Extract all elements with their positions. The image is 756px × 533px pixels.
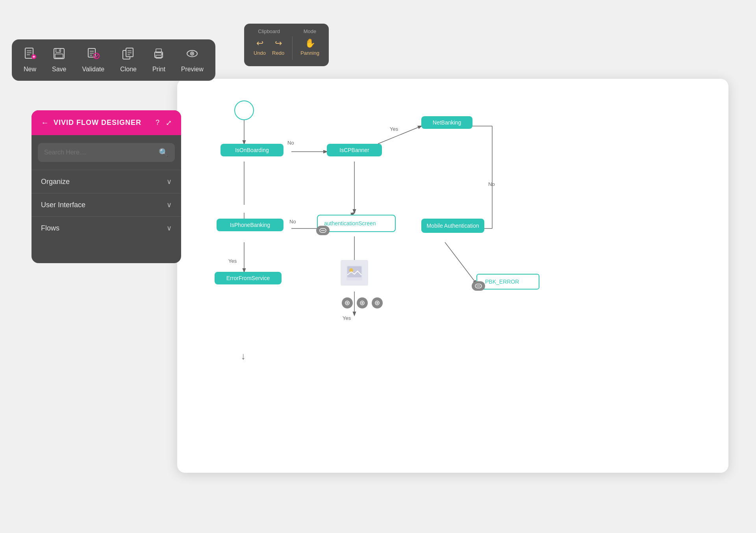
icon-circle-1[interactable] <box>342 297 353 308</box>
clone-icon <box>122 47 135 63</box>
svg-rect-9 <box>55 54 63 58</box>
sidebar-header-right: ? ⤢ <box>156 119 172 127</box>
toolbar-new-button[interactable]: New <box>24 47 36 73</box>
search-input[interactable] <box>44 149 159 156</box>
svg-rect-11 <box>88 48 95 57</box>
sidebar-item-flows[interactable]: Flows ∨ <box>32 216 181 240</box>
flow-arrow-down: ↓ <box>241 351 246 362</box>
svg-line-42 <box>445 242 476 284</box>
svg-point-24 <box>161 53 163 55</box>
svg-line-30 <box>378 126 421 144</box>
sidebar-header-left: ← VIVID FLOW DESIGNER <box>41 118 141 127</box>
print-icon <box>152 47 165 63</box>
icon-circle-2[interactable] <box>357 297 368 308</box>
mode-section: Mode ✋ Panning <box>300 28 319 60</box>
new-icon <box>24 47 36 63</box>
sidebar-title: VIVID FLOW DESIGNER <box>54 119 141 127</box>
panning-button[interactable]: ✋ Panning <box>300 38 319 56</box>
undo-label: Undo <box>254 50 266 56</box>
organize-chevron-icon: ∨ <box>167 177 172 186</box>
sidebar-header: ← VIVID FLOW DESIGNER ? ⤢ <box>32 110 181 135</box>
panel-divider <box>292 36 293 60</box>
flow-node-netbanking[interactable]: NetBanking <box>421 116 472 129</box>
redo-button[interactable]: ↪ Redo <box>272 38 284 56</box>
flow-node-isonboarding[interactable]: IsOnBoarding <box>220 144 284 156</box>
expand-icon[interactable]: ⤢ <box>166 119 172 127</box>
mode-title: Mode <box>304 28 317 34</box>
panning-label: Panning <box>300 50 319 56</box>
flow-node-iscpbanner[interactable]: IsCPBanner <box>327 144 382 156</box>
connector-icon-2 <box>472 281 485 291</box>
toolbar-preview-button[interactable]: Preview <box>181 47 204 73</box>
validate-icon <box>87 47 100 63</box>
save-icon <box>53 47 65 63</box>
toolbar-print-button[interactable]: Print <box>152 47 165 73</box>
svg-rect-17 <box>126 48 133 57</box>
toolbar-clone-button[interactable]: Clone <box>120 47 137 73</box>
sidebar-item-organize[interactable]: Organize ∨ <box>32 170 181 193</box>
redo-label: Redo <box>272 50 284 56</box>
flow-node-pbkerror[interactable]: PBK_ERROR <box>476 274 539 290</box>
new-label: New <box>24 66 36 73</box>
panning-icon: ✋ <box>305 38 315 48</box>
svg-point-27 <box>191 53 193 54</box>
user-interface-chevron-icon: ∨ <box>167 201 172 209</box>
flow-node-mobileauth[interactable]: Mobile Authentication <box>421 219 484 233</box>
edge-label-yes-2: Yes <box>228 258 237 264</box>
print-label: Print <box>152 66 165 73</box>
save-label: Save <box>52 66 66 73</box>
validate-label: Validate <box>82 66 104 73</box>
help-icon[interactable]: ? <box>156 119 159 127</box>
flow-node-start[interactable] <box>234 100 254 120</box>
svg-rect-8 <box>56 48 61 52</box>
back-arrow-icon[interactable]: ← <box>41 118 49 127</box>
edge-label-yes-1: Yes <box>390 126 398 132</box>
icon-circle-3[interactable] <box>372 297 383 308</box>
flow-node-isphonebanking[interactable]: IsPhoneBanking <box>217 219 284 231</box>
flow-node-errorfromservice[interactable]: ErrorFromService <box>215 272 282 284</box>
edge-label-no-2: No <box>289 219 296 225</box>
clone-label: Clone <box>120 66 137 73</box>
edge-label-yes-3: Yes <box>343 315 351 321</box>
preview-label: Preview <box>181 66 204 73</box>
flow-canvas[interactable]: IsOnBoarding IsCPBanner NetBanking IsPho… <box>177 79 728 473</box>
svg-rect-7 <box>54 48 64 59</box>
svg-rect-44 <box>347 266 361 277</box>
undo-icon: ↩ <box>256 38 263 48</box>
clipboard-section: Clipboard ↩ Undo ↪ Redo <box>254 28 284 60</box>
sidebar-search[interactable]: 🔍 <box>38 143 175 162</box>
clipboard-title: Clipboard <box>258 28 280 34</box>
edge-label-no-1: No <box>287 140 294 146</box>
undo-button[interactable]: ↩ Undo <box>254 38 266 56</box>
edge-label-no-3: No <box>488 181 495 187</box>
clipboard-mode-panel: Clipboard ↩ Undo ↪ Redo Mode ✋ Panning <box>244 24 329 66</box>
flow-inner: IsOnBoarding IsCPBanner NetBanking IsPho… <box>177 79 728 473</box>
flows-chevron-icon: ∨ <box>167 224 172 232</box>
connector-icon-1 <box>316 226 330 235</box>
organize-label: Organize <box>41 178 70 186</box>
toolbar-validate-button[interactable]: Validate <box>82 47 104 73</box>
toolbar-save-button[interactable]: Save <box>52 47 66 73</box>
toolbar: New Save Validate <box>12 39 215 81</box>
sidebar-bottom <box>32 240 181 263</box>
search-icon: 🔍 <box>159 148 169 157</box>
flow-node-image[interactable] <box>341 260 368 286</box>
user-interface-label: User Interface <box>41 201 85 209</box>
flows-label: Flows <box>41 224 59 232</box>
sidebar-item-user-interface[interactable]: User Interface ∨ <box>32 193 181 216</box>
sidebar: ← VIVID FLOW DESIGNER ? ⤢ 🔍 Organize ∨ U… <box>32 110 181 263</box>
preview-icon <box>186 47 198 63</box>
redo-icon: ↪ <box>275 38 282 48</box>
